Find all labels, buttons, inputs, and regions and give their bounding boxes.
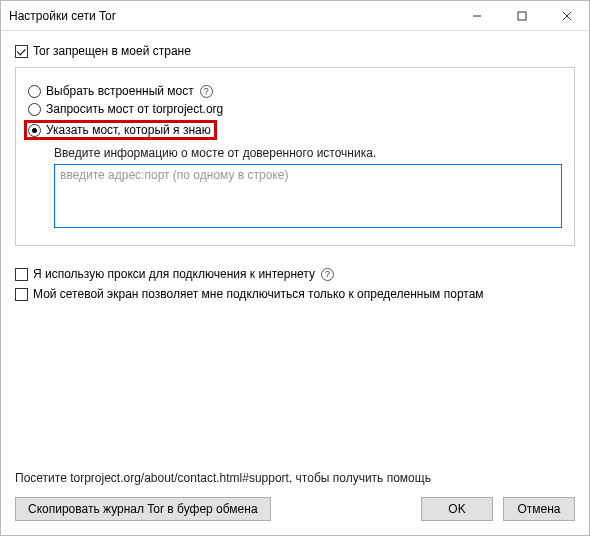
radio-icon	[28, 85, 41, 98]
checkbox-icon	[15, 288, 28, 301]
firewall-label: Мой сетевой экран позволяет мне подключи…	[33, 287, 484, 301]
copy-log-button[interactable]: Скопировать журнал Tor в буфер обмена	[15, 497, 271, 521]
bridge-instruction: Введите информацию о мосте от доверенног…	[54, 146, 562, 160]
tor-blocked-checkbox-row[interactable]: Tor запрещен в моей стране	[15, 44, 575, 58]
ok-button[interactable]: OK	[421, 497, 493, 521]
bridge-known-radio-row[interactable]: Указать мост, который я знаю	[26, 122, 215, 138]
bridge-request-label: Запросить мост от torproject.org	[46, 102, 223, 116]
titlebar: Настройки сети Tor	[1, 1, 589, 31]
checkbox-icon	[15, 45, 28, 58]
radio-icon	[28, 124, 41, 137]
bridge-builtin-label: Выбрать встроенный мост	[46, 84, 194, 98]
radio-icon	[28, 103, 41, 116]
help-icon[interactable]: ?	[200, 85, 213, 98]
window-title: Настройки сети Tor	[9, 9, 454, 23]
bridge-group: Выбрать встроенный мост ? Запросить мост…	[15, 67, 575, 246]
bridge-request-radio-row[interactable]: Запросить мост от torproject.org	[28, 102, 562, 116]
tor-blocked-label: Tor запрещен в моей стране	[33, 44, 191, 58]
cancel-button[interactable]: Отмена	[503, 497, 575, 521]
proxy-checkbox-row[interactable]: Я использую прокси для подключения к инт…	[15, 267, 575, 281]
proxy-label: Я использую прокси для подключения к инт…	[33, 267, 315, 281]
checkbox-icon	[15, 268, 28, 281]
help-icon[interactable]: ?	[321, 268, 334, 281]
svg-rect-1	[518, 12, 526, 20]
maximize-button[interactable]	[499, 1, 544, 30]
support-link-text: Посетите torproject.org/about/contact.ht…	[15, 471, 575, 485]
firewall-checkbox-row[interactable]: Мой сетевой экран позволяет мне подключи…	[15, 287, 575, 301]
bridge-address-input[interactable]	[54, 164, 562, 228]
bridge-builtin-radio-row[interactable]: Выбрать встроенный мост ?	[28, 84, 562, 98]
minimize-button[interactable]	[454, 1, 499, 30]
bridge-known-label: Указать мост, который я знаю	[46, 123, 211, 137]
close-button[interactable]	[544, 1, 589, 30]
